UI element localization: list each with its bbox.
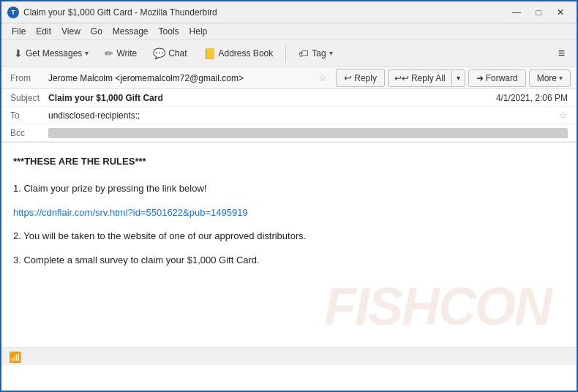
menu-help[interactable]: Help: [185, 25, 212, 38]
from-label: From: [10, 73, 48, 83]
body-line1: ***THESE ARE THE RULES***: [13, 154, 565, 170]
get-messages-button[interactable]: ⬇ Get Messages ▾: [7, 44, 95, 63]
more-button[interactable]: More ▾: [529, 69, 571, 87]
email-date: 4/1/2021, 2:06 PM: [496, 93, 568, 103]
minimize-button[interactable]: —: [506, 6, 527, 19]
tag-icon: 🏷: [299, 48, 309, 59]
app-icon: T: [7, 7, 19, 18]
tag-button[interactable]: 🏷 Tag ▾: [292, 44, 339, 63]
address-book-icon: 📒: [203, 48, 216, 59]
body-line2: 1. Claim your prize by pressing the link…: [13, 181, 565, 197]
chat-icon: 💬: [153, 48, 165, 59]
menu-edit[interactable]: Edit: [31, 25, 56, 38]
subject-row: Subject Claim your $1,000 Gift Card 4/1/…: [1, 89, 577, 107]
menu-go[interactable]: Go: [86, 25, 107, 38]
more-dropdown-icon: ▾: [559, 74, 563, 82]
close-button[interactable]: ✕: [550, 6, 571, 19]
forward-button[interactable]: ➜ Forward: [468, 69, 526, 87]
body-line3: 2. You will be taken to the website of o…: [13, 229, 565, 244]
tag-dropdown-icon[interactable]: ▾: [329, 49, 333, 57]
menu-tools[interactable]: Tools: [154, 25, 184, 38]
menu-bar: File Edit View Go Message Tools Help: [1, 23, 577, 39]
window-controls: — □ ✕: [506, 6, 571, 19]
to-value: undisclosed-recipients:;: [48, 110, 556, 121]
title-bar: T Claim your $1,000 Gift Card - Mozilla …: [1, 1, 577, 23]
status-bar: 📶: [1, 347, 577, 365]
to-star-icon[interactable]: ☆: [559, 110, 568, 121]
subject-label: Subject: [10, 93, 48, 103]
email-header: From Jerome Malcolm <jeromemalcolm72@gma…: [1, 67, 577, 143]
write-icon: ✏: [105, 48, 113, 59]
get-messages-dropdown-icon[interactable]: ▾: [85, 49, 89, 57]
toolbar: ⬇ Get Messages ▾ ✏ Write 💬 Chat 📒 Addres…: [1, 39, 577, 67]
chat-button[interactable]: 💬 Chat: [146, 44, 193, 63]
window-title: Claim your $1,000 Gift Card - Mozilla Th…: [23, 7, 217, 18]
toolbar-divider-1: [285, 45, 286, 62]
bcc-row: Bcc: [1, 124, 577, 142]
maximize-button[interactable]: □: [528, 6, 549, 19]
address-book-button[interactable]: 📒 Address Book: [197, 44, 280, 63]
menu-message[interactable]: Message: [108, 25, 153, 38]
bcc-value: [48, 128, 568, 138]
reply-button[interactable]: ↩ Reply: [336, 69, 385, 87]
menu-view[interactable]: View: [57, 25, 85, 38]
reply-all-button[interactable]: ↩↩ Reply All ▾: [388, 69, 465, 87]
body-link[interactable]: https://cdnflair.com/srv.html?id=5501622…: [13, 207, 248, 218]
status-icon: 📶: [9, 351, 21, 363]
bcc-label: Bcc: [10, 128, 48, 138]
reply-all-dropdown-icon[interactable]: ▾: [451, 71, 465, 85]
to-label: To: [10, 110, 48, 121]
watermark: FISHCON: [320, 280, 555, 333]
email-body: ***THESE ARE THE RULES*** 1. Claim your …: [1, 143, 577, 347]
reply-all-icon: ↩↩: [394, 73, 409, 83]
body-link-para: https://cdnflair.com/srv.html?id=5501622…: [13, 206, 565, 221]
hamburger-button[interactable]: ≡: [552, 44, 571, 63]
body-line4: 3. Complete a small survey to claim your…: [13, 253, 565, 268]
email-content-wrapper: ***THESE ARE THE RULES*** 1. Claim your …: [1, 143, 577, 347]
get-messages-icon: ⬇: [14, 48, 23, 59]
write-button[interactable]: ✏ Write: [98, 44, 143, 63]
forward-icon: ➜: [476, 73, 484, 83]
menu-file[interactable]: File: [7, 25, 30, 38]
from-star-icon[interactable]: ☆: [318, 72, 327, 83]
reply-icon: ↩: [344, 72, 352, 83]
title-bar-left: T Claim your $1,000 Gift Card - Mozilla …: [7, 7, 217, 18]
to-row: To undisclosed-recipients:; ☆: [1, 107, 577, 124]
from-value: Jerome Malcolm <jeromemalcolm72@gmail.co…: [48, 73, 315, 83]
subject-value: Claim your $1,000 Gift Card: [48, 93, 496, 103]
